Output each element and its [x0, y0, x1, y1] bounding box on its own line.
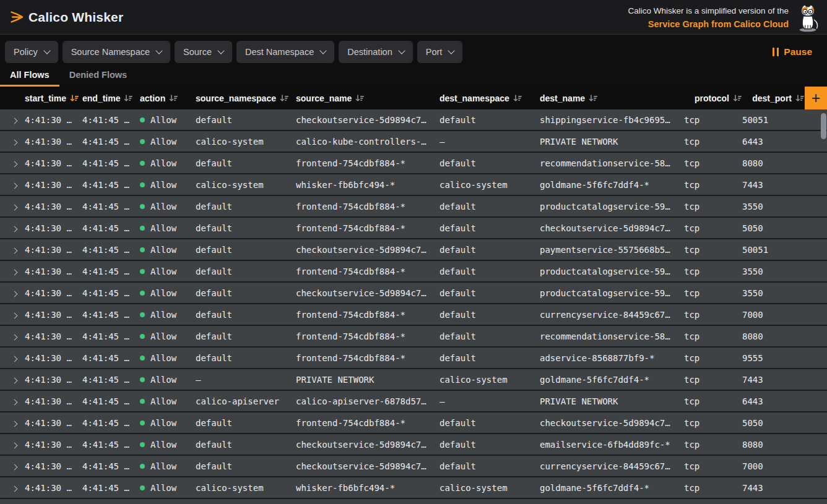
filter-dest-namespace[interactable]: Dest Namespace [236, 41, 334, 63]
action-status-dot [140, 139, 145, 144]
table-row[interactable]: 4:41:30 …4:41:45 …Allowdefaultcheckoutse… [0, 239, 827, 260]
table-row[interactable]: 4:41:30 …4:41:45 …Allowdefaultfrontend-7… [0, 218, 827, 238]
vertical-scrollbar-thumb[interactable] [821, 113, 826, 139]
column-header-start_time[interactable]: start_time [25, 93, 82, 103]
table-row[interactable]: 4:41:30 …4:41:45 …Allowcalico-systemwhis… [0, 174, 827, 195]
table-row[interactable]: 4:41:30 …4:41:45 …Allowdefaultcheckoutse… [0, 283, 827, 303]
table-row-partial[interactable] [0, 499, 827, 504]
sort-icon [513, 94, 522, 103]
expand-chevron-icon[interactable] [12, 312, 18, 318]
cell-dest_name: goldmane-5f6fc7ddf4-* [540, 180, 684, 190]
cell-start_time: 4:41:30 … [25, 331, 82, 341]
expand-chevron-icon[interactable] [12, 356, 18, 362]
filter-port[interactable]: Port [417, 41, 463, 63]
cell-action: Allow [140, 331, 196, 341]
add-column-button[interactable]: + [805, 87, 827, 109]
cell-source_namespace: default [196, 353, 296, 363]
action-label: Allow [150, 245, 176, 255]
expand-chevron-icon[interactable] [12, 421, 18, 427]
filter-source[interactable]: Source [175, 41, 232, 63]
table-row[interactable]: 4:41:30 …4:41:45 …Allowdefaultfrontend-7… [0, 153, 827, 173]
cell-source_name: checkoutservice-5d9894c7… [296, 440, 439, 450]
expand-chevron-icon[interactable] [12, 377, 18, 383]
chevron-down-icon [43, 47, 50, 54]
table-row[interactable]: 4:41:30 …4:41:45 …Allowdefaultcheckoutse… [0, 109, 827, 130]
expand-chevron-icon[interactable] [12, 226, 18, 232]
filter-policy[interactable]: Policy [5, 41, 58, 63]
cell-start_time: 4:41:30 … [25, 288, 82, 298]
cell-source_namespace: calico-system [196, 180, 296, 190]
filter-destination[interactable]: Destination [339, 41, 413, 63]
expand-chevron-icon[interactable] [12, 117, 18, 124]
table-row[interactable]: 4:41:30 …4:41:45 …Allowdefaultfrontend-7… [0, 196, 827, 216]
expand-chevron-icon[interactable] [12, 334, 18, 340]
expand-chevron-icon[interactable] [12, 269, 18, 275]
table-row[interactable]: 4:41:30 …4:41:45 …Allowcalico-apiserverc… [0, 391, 827, 411]
cell-dest_name: currencyservice-84459c67… [540, 310, 684, 320]
expand-chevron-icon[interactable] [12, 139, 18, 145]
column-header-action[interactable]: action [140, 93, 196, 103]
column-header-protocol[interactable]: protocol [684, 93, 742, 103]
table-row[interactable]: 4:41:30 …4:41:45 …Allowcalico-systemcali… [0, 131, 827, 152]
sort-icon [355, 94, 365, 103]
table-row[interactable]: 4:41:30 …4:41:45 …Allowcalico-systemwhis… [0, 477, 827, 498]
cell-protocol: tcp [684, 375, 742, 385]
chevron-down-icon [217, 47, 224, 54]
tab-bar: All FlowsDenied Flows [0, 63, 827, 87]
cell-end_time: 4:41:45 … [82, 483, 140, 493]
flow-table-body: 4:41:30 …4:41:45 …Allowdefaultcheckoutse… [0, 109, 827, 504]
column-label: dest_namespace [439, 93, 509, 103]
expand-chevron-icon[interactable] [12, 442, 18, 448]
column-header-dest_namespace[interactable]: dest_namespace [439, 93, 540, 103]
table-row[interactable]: 4:41:30 …4:41:45 …Allowdefaultcheckoutse… [0, 456, 827, 476]
column-header-dest_name[interactable]: dest_name [540, 93, 684, 103]
expand-chevron-icon[interactable] [12, 464, 18, 470]
column-label: action [140, 93, 165, 103]
cell-dest_namespace: calico-system [439, 180, 540, 190]
expand-chevron-icon[interactable] [12, 291, 18, 297]
expand-chevron-icon[interactable] [12, 182, 18, 189]
chevron-down-icon [320, 47, 327, 54]
table-row[interactable]: 4:41:30 …4:41:45 …Allow–PRIVATE NETWORKc… [0, 369, 827, 390]
cell-action: Allow [140, 180, 196, 190]
tab-denied-flows[interactable]: Denied Flows [59, 63, 137, 87]
cell-end_time: 4:41:45 … [82, 180, 140, 190]
table-row[interactable]: 4:41:30 …4:41:45 …Allowdefaultfrontend-7… [0, 261, 827, 281]
table-row[interactable]: 4:41:30 …4:41:45 …Allowdefaultcheckoutse… [0, 434, 827, 455]
action-label: Allow [150, 158, 176, 168]
column-label: source_name [296, 93, 352, 103]
cell-protocol: tcp [684, 267, 742, 276]
cell-dest_name: paymentservice-5575668b5… [540, 245, 684, 255]
column-header-source_name[interactable]: source_name [296, 93, 439, 103]
cell-dest_port: 6443 [742, 396, 827, 406]
cell-start_time: 4:41:30 … [25, 267, 82, 276]
cell-action: Allow [140, 158, 196, 168]
expand-chevron-icon[interactable] [12, 399, 18, 405]
sort-icon [589, 94, 598, 103]
table-row[interactable]: 4:41:30 …4:41:45 …Allowdefaultfrontend-7… [0, 304, 827, 325]
action-status-dot [140, 334, 145, 339]
cell-action: Allow [140, 461, 196, 471]
expand-chevron-icon[interactable] [12, 204, 18, 210]
table-row[interactable]: 4:41:30 …4:41:45 …Allowdefaultfrontend-7… [0, 326, 827, 346]
expand-chevron-icon[interactable] [12, 247, 18, 254]
column-header-dest_port[interactable]: dest_port [742, 93, 805, 103]
tab-all-flows[interactable]: All Flows [0, 63, 59, 87]
column-header-end_time[interactable]: end_time [82, 93, 140, 103]
filter-label: Source Namespace [71, 47, 150, 57]
action-label: Allow [150, 440, 176, 450]
action-status-dot [140, 204, 145, 209]
expand-chevron-icon[interactable] [12, 161, 18, 167]
cell-dest_port: 8080 [742, 331, 827, 341]
cell-dest_namespace: default [439, 440, 540, 450]
filter-source-namespace[interactable]: Source Namespace [63, 41, 170, 63]
column-header-source_namespace[interactable]: source_namespace [196, 93, 296, 103]
table-row[interactable]: 4:41:30 …4:41:45 …Allowdefaultfrontend-7… [0, 412, 827, 433]
cell-source_name: frontend-754cdbf884-* [296, 202, 439, 211]
pause-button[interactable]: Pause [768, 46, 817, 58]
cell-start_time: 4:41:30 … [25, 353, 82, 363]
expand-chevron-icon[interactable] [12, 485, 18, 492]
service-graph-link[interactable]: Service Graph from Calico Cloud [628, 18, 789, 32]
action-label: Allow [150, 331, 176, 341]
table-row[interactable]: 4:41:30 …4:41:45 …Allowdefaultfrontend-7… [0, 348, 827, 368]
